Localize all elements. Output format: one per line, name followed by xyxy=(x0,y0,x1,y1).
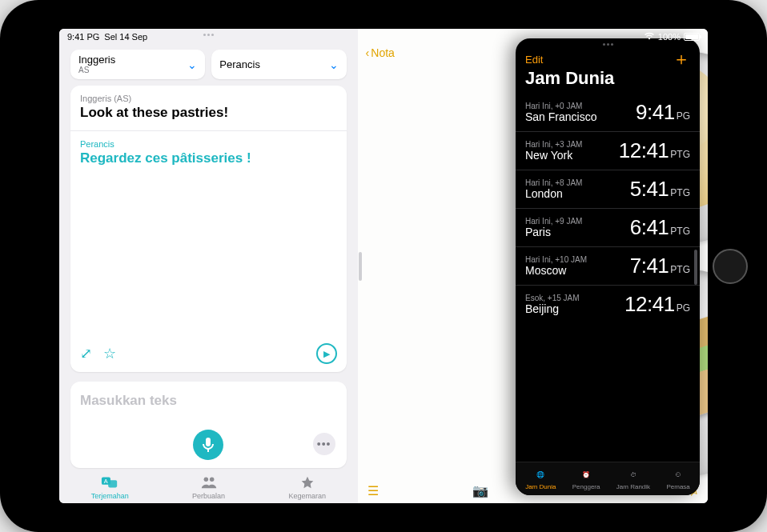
notes-back-label: Nota xyxy=(371,46,395,59)
expand-icon[interactable]: ⤢ xyxy=(80,345,92,362)
tab-alarm[interactable]: ⏰ Penggera xyxy=(572,467,600,490)
clock-tab-bar: 🌐 Jam Dunia ⏰ Penggera ⏱ Jam Randik ⏲ Pe… xyxy=(516,462,700,495)
clock-ampm: PTG xyxy=(670,264,690,275)
tab-timer[interactable]: ⏲ Pemasa xyxy=(666,467,689,490)
target-text: Regardez ces pâtisseries ! xyxy=(80,150,337,166)
status-time: 9:41 PG xyxy=(67,32,99,42)
target-label: Perancis xyxy=(80,139,337,149)
tab-world-clock[interactable]: 🌐 Jam Dunia xyxy=(525,467,556,490)
clock-ampm: PTG xyxy=(670,149,690,160)
home-button[interactable] xyxy=(713,249,748,284)
battery-icon xyxy=(684,33,700,41)
clock-city: San Francisco xyxy=(525,110,596,123)
clock-offset: Hari Ini, +3 JAM xyxy=(525,140,582,149)
split-view-handle[interactable] xyxy=(358,29,363,503)
world-clock-row[interactable]: Hari Ini, +10 JAMMoscow7:41PTG xyxy=(516,247,700,286)
alarm-icon: ⏰ xyxy=(579,467,593,482)
more-button[interactable]: ••• xyxy=(313,433,335,455)
microphone-button[interactable] xyxy=(193,430,223,460)
tab-stopwatch-label: Jam Randik xyxy=(616,483,650,490)
tab-favorites[interactable]: Kegemaran xyxy=(288,474,326,500)
timer-icon: ⏲ xyxy=(671,467,685,482)
input-placeholder: Masukkan teks xyxy=(80,393,337,409)
clock-ampm: PG xyxy=(677,302,690,314)
clock-title: Jam Dunia xyxy=(516,68,700,94)
world-clock-list[interactable]: Hari Ini, +0 JAMSan Francisco9:41PGHari … xyxy=(516,94,700,462)
world-clock-row[interactable]: Esok, +15 JAMBeijing12:41PG xyxy=(516,286,700,323)
chevron-down-icon: ⌄ xyxy=(329,58,339,71)
clock-ampm: PTG xyxy=(670,187,690,198)
clock-time: 12:41 xyxy=(619,138,669,163)
notes-camera-button[interactable]: 📷 xyxy=(469,482,492,500)
notes-back-button[interactable]: ‹ Nota xyxy=(366,46,395,59)
clock-ampm: PG xyxy=(677,110,690,122)
source-language-selector[interactable]: Inggeris AS ⌄ xyxy=(70,50,205,79)
stopwatch-icon: ⏱ xyxy=(626,467,641,482)
clock-city: Paris xyxy=(525,226,582,238)
clock-city: London xyxy=(525,187,582,200)
favorite-icon[interactable]: ☆ xyxy=(103,345,116,362)
notes-checklist-button[interactable]: ☰ xyxy=(364,482,382,500)
clock-offset: Hari Ini, +9 JAM xyxy=(525,217,582,226)
clock-offset: Esok, +15 JAM xyxy=(525,294,580,302)
status-date: Sel 14 Sep xyxy=(104,32,147,42)
tab-translation[interactable]: A Terjemahan xyxy=(91,474,129,500)
add-clock-button[interactable]: ＋ xyxy=(673,50,690,68)
clock-slideover: Edit ＋ Jam Dunia Hari Ini, +0 JAMSan Fra… xyxy=(516,38,700,495)
clock-city: New York xyxy=(525,149,582,162)
world-clock-row[interactable]: Hari Ini, +0 JAMSan Francisco9:41PG xyxy=(516,94,700,132)
tab-favorites-label: Kegemaran xyxy=(288,492,326,500)
tab-conversation-label: Perbualan xyxy=(192,492,225,500)
tab-world-clock-label: Jam Dunia xyxy=(525,483,556,490)
svg-point-3 xyxy=(203,478,208,482)
edit-button[interactable]: Edit xyxy=(525,54,543,66)
world-clock-row[interactable]: Hari Ini, +3 JAMNew York12:41PTG xyxy=(516,132,700,170)
clock-time: 7:41 xyxy=(630,254,669,278)
tab-timer-label: Pemasa xyxy=(666,483,689,490)
clock-offset: Hari Ini, +0 JAM xyxy=(525,102,596,110)
clock-city: Moscow xyxy=(525,264,587,277)
translate-tab-bar: A Terjemahan Perbualan Kegemaran xyxy=(59,468,358,503)
status-battery: 100% xyxy=(658,32,681,42)
tab-stopwatch[interactable]: ⏱ Jam Randik xyxy=(616,467,650,490)
star-icon xyxy=(299,474,316,490)
source-text[interactable]: Look at these pastries! xyxy=(80,105,337,121)
svg-text:A: A xyxy=(104,478,108,485)
globe-icon: 🌐 xyxy=(533,467,548,482)
clock-ampm: PTG xyxy=(670,226,690,237)
clock-offset: Hari Ini, +8 JAM xyxy=(525,178,582,187)
wifi-icon xyxy=(644,32,655,42)
clock-time: 12:41 xyxy=(624,292,675,317)
source-language-sub: AS xyxy=(78,66,115,74)
translate-icon: A xyxy=(101,474,118,490)
world-clock-row[interactable]: Hari Ini, +9 JAMParis6:41PTG xyxy=(516,209,700,247)
screen: 9:41 PG Sel 14 Sep 100% Inggeris AS xyxy=(59,29,708,503)
chevron-down-icon: ⌄ xyxy=(187,58,197,71)
clock-time: 5:41 xyxy=(630,177,669,202)
source-label: Inggeris (AS) xyxy=(80,94,337,103)
tab-alarm-label: Penggera xyxy=(572,483,600,490)
world-clock-row[interactable]: Hari Ini, +8 JAMLondon5:41PTG xyxy=(516,170,700,209)
svg-rect-1 xyxy=(108,480,117,487)
text-input-area[interactable]: Masukkan teks ••• xyxy=(70,382,347,468)
translation-card: Inggeris (AS) Look at these pastries! Pe… xyxy=(70,86,347,372)
slideover-side-handle[interactable] xyxy=(694,250,697,285)
play-button[interactable]: ▶ xyxy=(316,343,337,364)
target-language-selector[interactable]: Perancis ⌄ xyxy=(211,50,346,79)
svg-point-4 xyxy=(209,478,214,482)
clock-time: 6:41 xyxy=(630,215,669,240)
status-bar: 9:41 PG Sel 14 Sep 100% xyxy=(59,29,708,45)
source-language-name: Inggeris xyxy=(78,54,115,66)
target-language-name: Perancis xyxy=(219,59,260,70)
clock-city: Beijing xyxy=(525,302,580,315)
translate-app: Inggeris AS ⌄ Perancis ⌄ Inggeris (AS) xyxy=(59,29,358,503)
clock-time: 9:41 xyxy=(636,100,675,125)
people-icon xyxy=(200,474,218,490)
chevron-left-icon: ‹ xyxy=(366,46,370,59)
tab-conversation[interactable]: Perbualan xyxy=(192,474,225,500)
tab-translation-label: Terjemahan xyxy=(91,492,129,500)
clock-offset: Hari Ini, +10 JAM xyxy=(525,255,587,264)
